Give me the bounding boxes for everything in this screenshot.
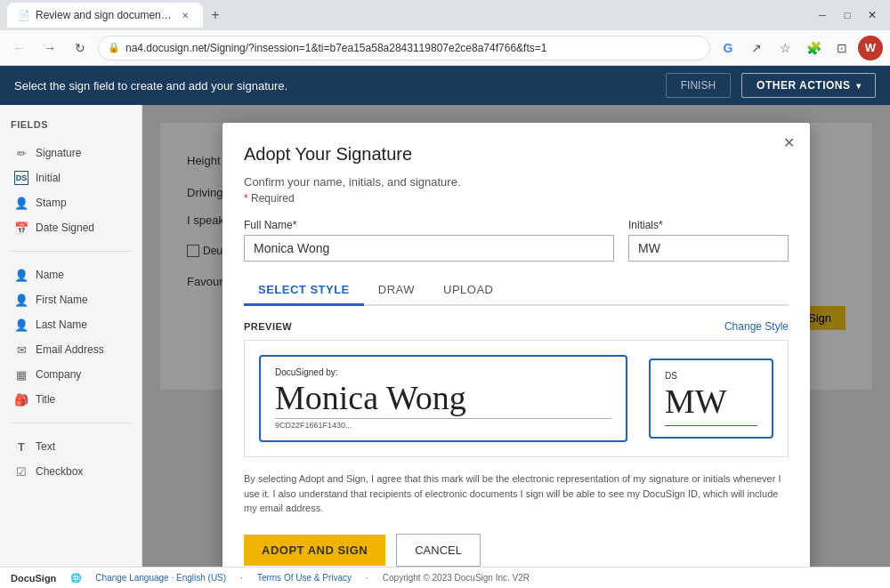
- preview-box: DocuSigned by: Monica Wong 9CD22F1661F14…: [244, 340, 789, 457]
- full-name-field: Full Name*: [244, 219, 614, 262]
- share-icon[interactable]: ↗: [744, 36, 769, 60]
- forward-button[interactable]: →: [37, 36, 62, 60]
- tab-select-style[interactable]: SELECT STYLE: [244, 276, 364, 306]
- required-text: Required: [251, 192, 295, 205]
- name-icon: 👤: [14, 268, 28, 282]
- full-name-label: Full Name*: [244, 219, 614, 231]
- sidebar-item-title[interactable]: 🎒 Title: [11, 387, 131, 412]
- signature-preview: DocuSigned by: Monica Wong 9CD22F1661F14…: [259, 355, 627, 442]
- new-tab-button[interactable]: +: [203, 3, 228, 28]
- other-actions-button[interactable]: OTHER ACTIONS ▾: [741, 73, 876, 98]
- sidebar-label-checkbox: Checkbox: [36, 465, 83, 478]
- document-area: Height (cm): Driving License: I speak an…: [142, 105, 890, 567]
- company-icon: ▦: [14, 367, 28, 382]
- sidebar-item-email[interactable]: ✉ Email Address: [11, 337, 131, 362]
- back-button[interactable]: ←: [7, 36, 32, 60]
- consent-text: By selecting Adopt and Sign, I agree tha…: [244, 471, 789, 516]
- sidebar-label-name: Name: [36, 269, 64, 281]
- sidebar-label-title: Title: [36, 393, 55, 406]
- signature-id: 9CD22F1661F1430...: [275, 418, 611, 430]
- signature-text: Monica Wong: [275, 381, 611, 415]
- tab-favicon: 📄: [18, 10, 30, 21]
- modal-title: Adopt Your Signature: [244, 144, 789, 165]
- sidebar-item-first-name[interactable]: 👤 First Name: [11, 287, 131, 312]
- sidebar-item-text[interactable]: T Text: [11, 434, 131, 459]
- docusign-header: Select the sign field to create and add …: [0, 66, 890, 105]
- footer-terms[interactable]: Terms Of Use & Privacy: [257, 573, 352, 583]
- tab-upload[interactable]: UPLOAD: [429, 276, 507, 304]
- sidebar-item-stamp[interactable]: 👤 Stamp: [11, 190, 131, 215]
- initials-underline: [665, 425, 757, 426]
- sidebar-item-initial[interactable]: DS Initial: [11, 165, 131, 190]
- sidebar-label-first-name: First Name: [36, 294, 88, 306]
- reload-button[interactable]: ↻: [68, 36, 93, 60]
- initials-preview: DS MW: [649, 358, 773, 439]
- sidebar-divider-2: [11, 423, 131, 423]
- sidebar-item-name[interactable]: 👤 Name: [11, 262, 131, 287]
- minimize-button[interactable]: ─: [812, 4, 833, 26]
- sidebar-label-signature: Signature: [36, 147, 81, 159]
- sidebar-label-email: Email Address: [36, 343, 104, 356]
- dropdown-arrow-icon: ▾: [856, 81, 862, 91]
- browser-tab[interactable]: 📄 Review and sign document(s) ✕: [7, 3, 203, 28]
- url-text: na4.docusign.net/Signing/?insession=1&ti…: [125, 42, 700, 54]
- google-icon[interactable]: G: [716, 36, 740, 60]
- tab-draw[interactable]: DRAW: [364, 276, 429, 304]
- footer-copyright: Copyright © 2023 DocuSign Inc. V2R: [383, 573, 530, 583]
- sidebar-label-date: Date Signed: [36, 222, 94, 234]
- email-icon: ✉: [14, 342, 28, 357]
- initials-input[interactable]: [628, 235, 789, 262]
- restore-button[interactable]: □: [837, 4, 858, 26]
- address-bar[interactable]: 🔒 na4.docusign.net/Signing/?insession=1&…: [98, 36, 710, 60]
- sidebar-item-last-name[interactable]: 👤 Last Name: [11, 312, 131, 337]
- profile-icon[interactable]: W: [858, 36, 883, 60]
- adopt-signature-modal: ✕ Adopt Your Signature Confirm your name…: [222, 123, 810, 567]
- modal-overlay: ✕ Adopt Your Signature Confirm your name…: [142, 105, 890, 567]
- sidebar-toggle-icon[interactable]: ⊡: [829, 36, 854, 60]
- bookmark-icon[interactable]: ☆: [773, 36, 797, 60]
- cancel-button[interactable]: CANCEL: [396, 534, 481, 567]
- preview-header: PREVIEW Change Style: [244, 320, 789, 333]
- sidebar-divider: [11, 251, 131, 252]
- initials-field: Initials*: [628, 219, 789, 262]
- stamp-icon: 👤: [14, 196, 28, 210]
- last-name-icon: 👤: [14, 318, 28, 332]
- tab-close-button[interactable]: ✕: [178, 8, 192, 22]
- close-button[interactable]: ✕: [862, 4, 883, 26]
- other-actions-label: OTHER ACTIONS: [756, 79, 850, 92]
- footer-language-text[interactable]: Change Language · English (US): [95, 573, 226, 583]
- lock-icon: 🔒: [108, 42, 120, 53]
- footer: DocuSign 🌐 Change Language · English (US…: [0, 567, 890, 588]
- signature-icon: ✏: [14, 146, 28, 160]
- asterisk: *: [244, 192, 248, 205]
- preview-label: PREVIEW: [244, 321, 292, 332]
- sig-label: DocuSigned by:: [275, 367, 611, 377]
- sidebar-label-last-name: Last Name: [36, 318, 87, 331]
- finish-button[interactable]: FINISH: [666, 73, 731, 98]
- sidebar-item-checkbox[interactable]: ☑ Checkbox: [11, 459, 131, 484]
- first-name-icon: 👤: [14, 293, 28, 307]
- sidebar: FIELDS ✏ Signature DS Initial 👤 Stamp 📅 …: [0, 105, 142, 567]
- docusign-logo: DocuSign: [11, 573, 56, 584]
- footer-separator: ·: [240, 573, 243, 583]
- initials-label: Initials*: [628, 219, 789, 231]
- sidebar-label-stamp: Stamp: [36, 197, 67, 209]
- sidebar-item-signature[interactable]: ✏ Signature: [11, 141, 131, 165]
- initials-ds-label: DS: [665, 371, 757, 381]
- sidebar-label-initial: Initial: [36, 172, 61, 184]
- tab-title: Review and sign document(s): [36, 9, 173, 21]
- name-fields: Full Name* Initials*: [244, 219, 789, 262]
- adopt-and-sign-button[interactable]: ADOPT AND SIGN: [244, 535, 385, 566]
- checkbox-icon: ☑: [14, 464, 28, 479]
- sidebar-item-date-signed[interactable]: 📅 Date Signed: [11, 215, 131, 240]
- header-instruction: Select the sign field to create and add …: [14, 79, 655, 93]
- change-style-link[interactable]: Change Style: [724, 320, 789, 333]
- sidebar-item-company[interactable]: ▦ Company: [11, 362, 131, 387]
- extension-icon[interactable]: 🧩: [801, 36, 826, 60]
- style-tabs: SELECT STYLE DRAW UPLOAD: [244, 276, 789, 306]
- sidebar-section-title: FIELDS: [11, 119, 131, 130]
- initial-icon: DS: [14, 171, 28, 185]
- sidebar-label-company: Company: [36, 368, 81, 381]
- modal-close-button[interactable]: ✕: [778, 132, 799, 153]
- full-name-input[interactable]: [244, 235, 614, 262]
